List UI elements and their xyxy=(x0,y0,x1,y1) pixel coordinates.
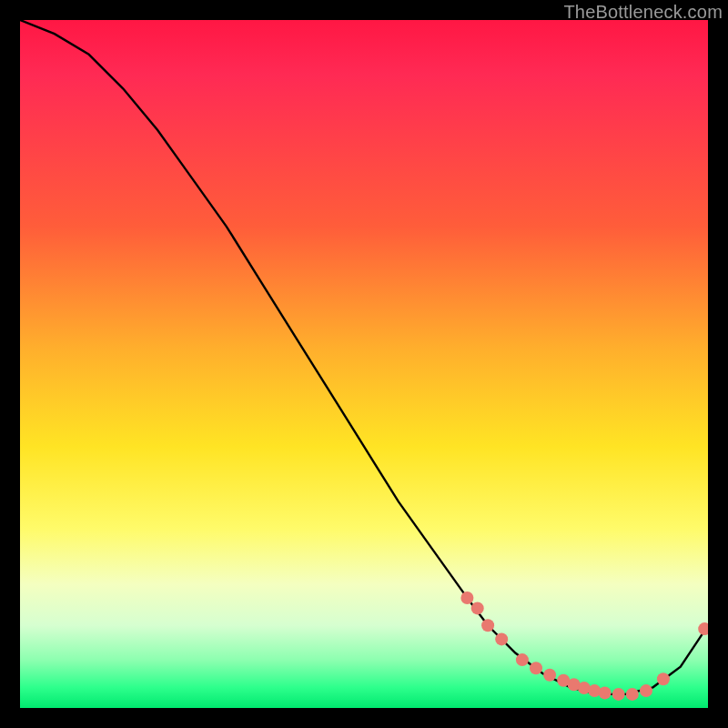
marker-dot xyxy=(471,602,484,614)
chart-frame: TheBottleneck.com xyxy=(0,0,728,728)
marker-dot xyxy=(599,686,612,699)
bottleneck-curve xyxy=(20,20,708,694)
marker-dot xyxy=(640,684,652,697)
marker-dot xyxy=(543,669,556,682)
marker-dot xyxy=(516,653,529,666)
marker-dot xyxy=(530,662,542,674)
marker-dot xyxy=(495,632,508,645)
watermark-text: TheBottleneck.com xyxy=(563,2,723,23)
plot-area xyxy=(20,20,708,708)
marker-dot xyxy=(626,688,639,701)
marker-dot xyxy=(698,622,708,635)
marker-dot xyxy=(460,592,473,604)
curve-layer xyxy=(20,20,708,708)
marker-dot xyxy=(612,688,625,701)
highlight-markers xyxy=(460,592,708,701)
marker-dot xyxy=(657,672,670,685)
marker-dot xyxy=(481,619,494,632)
